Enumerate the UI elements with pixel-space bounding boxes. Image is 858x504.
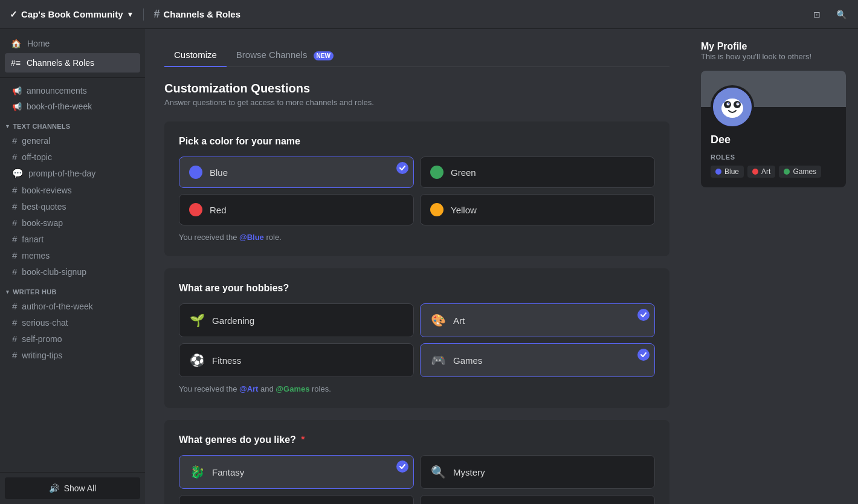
server-name-label: Cap's Book Community xyxy=(21,9,123,19)
hash-icon: # xyxy=(12,334,17,344)
channel-announcements[interactable]: 📢 announcements xyxy=(5,83,140,99)
channel-off-topic[interactable]: # off-topic xyxy=(5,149,140,165)
svg-point-6 xyxy=(728,103,729,105)
search-icon[interactable]: 🔍 xyxy=(834,7,848,22)
blue-role-tag: @Blue xyxy=(239,233,264,242)
page-subtitle: Answer questions to get access to more c… xyxy=(164,98,669,107)
channel-fanart[interactable]: # fanart xyxy=(5,231,140,247)
option-yellow[interactable]: Yellow xyxy=(420,194,655,225)
customize-tab-label: Customize xyxy=(174,50,217,60)
blue-checkmark xyxy=(396,162,408,174)
sidebar-item-channels-roles[interactable]: #≡ Channels & Roles xyxy=(5,53,140,73)
option-fantasy[interactable]: 🐉 Fantasy xyxy=(179,455,414,489)
option-scifi[interactable]: 🪐 Sci-Fi xyxy=(179,495,414,504)
show-all-label: Show All xyxy=(64,483,97,493)
genres-question-title: What genres do you like? * xyxy=(179,435,655,445)
topbar-right: ⊡ 🔍 xyxy=(810,7,848,22)
gardening-label: Gardening xyxy=(212,315,254,326)
fitness-label: Fitness xyxy=(212,355,241,366)
channel-prompt-of-the-day[interactable]: 💬 prompt-of-the-day xyxy=(5,165,140,182)
tab-browse-channels[interactable]: Browse Channels NEW xyxy=(227,44,343,67)
hash-icon: # xyxy=(12,267,17,277)
sidebar-footer: 🔊 Show All xyxy=(0,472,145,504)
option-gardening[interactable]: 🌱 Gardening xyxy=(179,303,414,337)
serious-chat-label: serious-chat xyxy=(22,318,68,328)
option-fitness[interactable]: ⚽ Fitness xyxy=(179,343,414,377)
channel-best-quotes[interactable]: # best-quotes xyxy=(5,198,140,215)
role-badge-art: Art xyxy=(747,166,775,178)
question-card-color: Pick a color for your name Blue Green xyxy=(164,121,669,256)
art-role-dot xyxy=(752,169,758,175)
writer-hub-header: ▼ WRITER HUB xyxy=(0,280,145,298)
hashtag-icon: # xyxy=(153,8,160,21)
fantasy-emoji: 🐉 xyxy=(189,464,205,480)
role-badge-games: Games xyxy=(779,166,821,178)
games-role-label: Games xyxy=(793,167,816,176)
color-question-title: Pick a color for your name xyxy=(179,136,655,147)
window-icon[interactable]: ⊡ xyxy=(810,7,824,22)
home-label: Home xyxy=(27,39,50,48)
roles-list: Blue Art Games xyxy=(711,166,836,178)
art-role-tag: @Art xyxy=(239,384,258,393)
topbar-left: ✓ Cap's Book Community ▼ # Channels & Ro… xyxy=(10,8,240,21)
required-marker: * xyxy=(301,435,305,445)
genres-options-grid: 🐉 Fantasy 🔍 Mystery 🪐 Sci-Fi xyxy=(179,455,655,504)
hash-icon: # xyxy=(12,201,17,212)
channel-self-promo[interactable]: # self-promo xyxy=(5,331,140,347)
channel-author-of-the-week[interactable]: # author-of-the-week xyxy=(5,298,140,314)
yellow-option-label: Yellow xyxy=(451,205,477,215)
option-green[interactable]: Green xyxy=(420,157,655,188)
channel-book-reviews[interactable]: # book-reviews xyxy=(5,182,140,198)
channels-icon: #≡ xyxy=(11,58,21,68)
role-badge-blue: Blue xyxy=(711,166,744,178)
green-color-dot xyxy=(430,166,444,179)
gardening-emoji: 🌱 xyxy=(189,312,205,328)
channels-roles-label: Channels & Roles xyxy=(27,58,94,68)
green-option-label: Green xyxy=(451,167,476,178)
option-games[interactable]: 🎮 Games xyxy=(420,343,655,377)
hash-icon: # xyxy=(12,185,17,195)
book-swap-label: book-swap xyxy=(22,218,63,228)
checkmark-icon: ✓ xyxy=(10,9,18,20)
fantasy-label: Fantasy xyxy=(212,467,244,477)
option-red[interactable]: Red xyxy=(179,194,414,225)
option-art[interactable]: 🎨 Art xyxy=(420,303,655,337)
tab-customize[interactable]: Customize xyxy=(164,44,227,67)
speaker-icon-2: 📢 xyxy=(12,102,22,111)
sidebar-item-home[interactable]: 🏠 Home xyxy=(5,34,140,53)
browse-channels-tab-label: Browse Channels xyxy=(236,50,308,60)
fantasy-checkmark xyxy=(396,460,408,473)
option-mystery[interactable]: 🔍 Mystery xyxy=(420,455,655,489)
option-blue[interactable]: Blue xyxy=(179,157,414,188)
server-name[interactable]: ✓ Cap's Book Community ▼ xyxy=(10,9,134,20)
channel-book-club-signup[interactable]: # book-club-signup xyxy=(5,263,140,280)
my-profile-subtitle: This is how you'll look to others! xyxy=(701,52,846,61)
channel-writing-tips[interactable]: # writing-tips xyxy=(5,347,140,363)
profile-content: Dee ROLES Blue Art Games xyxy=(701,85,846,187)
book-reviews-label: book-reviews xyxy=(22,186,71,195)
book-of-the-week-label: book-of-the-week xyxy=(27,102,92,111)
channel-serious-chat[interactable]: # serious-chat xyxy=(5,314,140,331)
profile-username: Dee xyxy=(711,134,836,146)
text-channels-label: TEXT CHANNELS xyxy=(13,123,70,130)
games-role-tag: @Games xyxy=(276,384,309,393)
hobbies-question-label: What are your hobbies? xyxy=(179,283,289,293)
sidebar-channels: 📢 announcements 📢 book-of-the-week ▼ TEX… xyxy=(0,78,145,472)
hash-icon: # xyxy=(12,301,17,311)
speaker-icon: 📢 xyxy=(12,86,22,95)
color-role-received: You received the @Blue role. xyxy=(179,233,655,242)
channel-book-swap[interactable]: # book-swap xyxy=(5,215,140,231)
blue-role-dot xyxy=(715,169,721,175)
writing-tips-label: writing-tips xyxy=(22,351,62,360)
best-quotes-label: best-quotes xyxy=(22,202,66,212)
art-checkmark xyxy=(637,309,650,321)
sidebar-nav: 🏠 Home #≡ Channels & Roles xyxy=(0,29,145,78)
option-classics[interactable]: ● Classics xyxy=(420,495,655,504)
channel-book-of-the-week[interactable]: 📢 book-of-the-week xyxy=(5,99,140,114)
collapse-icon: ▼ xyxy=(5,123,10,129)
channel-general[interactable]: # general xyxy=(5,132,140,149)
hash-icon: # xyxy=(12,350,17,360)
show-all-button[interactable]: 🔊 Show All xyxy=(5,477,140,499)
chat-icon: 💬 xyxy=(12,168,24,179)
channel-memes[interactable]: # memes xyxy=(5,247,140,263)
